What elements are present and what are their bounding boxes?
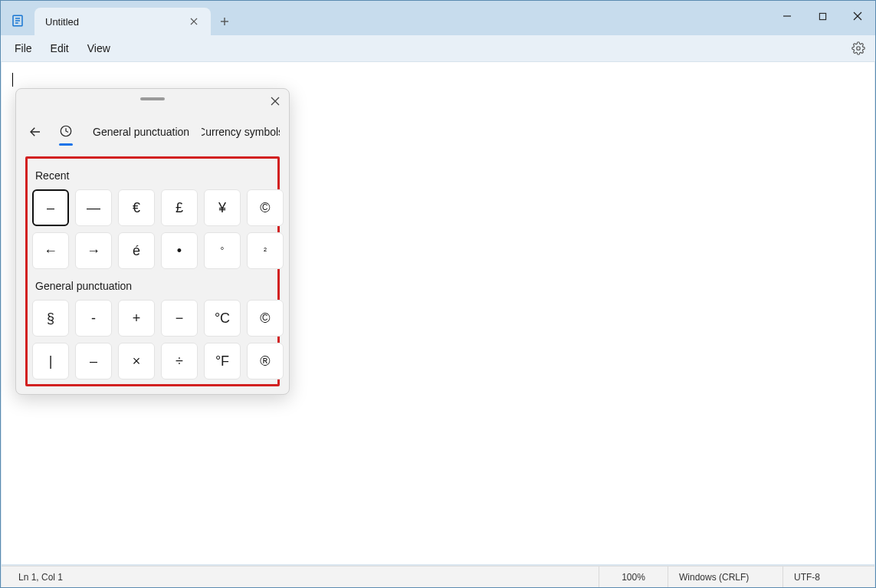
symbol-em-dash[interactable]: — <box>75 189 112 226</box>
panel-tabs: General punctuation Currency symbols <box>16 109 289 152</box>
symbol-pound[interactable]: £ <box>161 189 198 226</box>
general-punctuation-grid: § - + − °C © | – × ÷ °F ® <box>32 300 273 379</box>
symbol-right-arrow[interactable]: → <box>75 232 112 269</box>
symbol-celsius[interactable]: °C <box>204 300 241 337</box>
symbol-bullet[interactable]: • <box>161 232 198 269</box>
status-zoom[interactable]: 100% <box>599 567 668 587</box>
symbol-en-dash[interactable]: – <box>32 189 69 226</box>
status-position: Ln 1, Col 1 <box>2 567 74 587</box>
panel-back-button[interactable] <box>22 119 48 145</box>
minimize-button[interactable] <box>769 1 805 31</box>
new-tab-button[interactable] <box>211 8 238 35</box>
symbol-en-dash-2[interactable]: – <box>75 343 112 379</box>
symbol-panel: General punctuation Currency symbols Rec… <box>15 88 290 395</box>
settings-button[interactable] <box>846 36 871 61</box>
symbol-section[interactable]: § <box>32 300 69 337</box>
section-title-recent: Recent <box>35 169 270 182</box>
menubar: File Edit View <box>1 35 875 62</box>
symbol-copyright[interactable]: © <box>247 189 284 226</box>
grip-icon <box>140 97 165 100</box>
statusbar: Ln 1, Col 1 100% Windows (CRLF) UTF-8 <box>2 566 874 587</box>
symbol-registered[interactable]: ® <box>247 343 284 379</box>
symbol-degree[interactable]: ° <box>204 232 241 269</box>
panel-close-button[interactable] <box>264 92 286 110</box>
notepad-icon <box>7 10 28 31</box>
status-line-ending[interactable]: Windows (CRLF) <box>668 567 782 587</box>
highlighted-region: Recent – — € £ ¥ © ← → é • ° ² General p… <box>25 156 280 386</box>
symbol-euro[interactable]: € <box>118 189 155 226</box>
recent-grid: – — € £ ¥ © ← → é • ° ² <box>32 189 273 269</box>
symbol-e-acute[interactable]: é <box>118 232 155 269</box>
panel-body: Recent – — € £ ¥ © ← → é • ° ² General p… <box>16 152 289 394</box>
tab-title: Untitled <box>45 16 185 28</box>
symbol-divide[interactable]: ÷ <box>161 343 198 379</box>
close-button[interactable] <box>840 1 875 31</box>
symbol-fahrenheit[interactable]: °F <box>204 343 241 379</box>
tab-label: Currency symbols <box>202 126 280 138</box>
text-caret <box>12 73 13 87</box>
section-title-general-punct: General punctuation <box>35 280 270 292</box>
tab-untitled[interactable]: Untitled <box>34 8 211 35</box>
symbol-hyphen[interactable]: - <box>75 300 112 337</box>
tab-close-icon[interactable] <box>185 12 203 31</box>
menu-view[interactable]: View <box>78 39 120 57</box>
tab-recent[interactable] <box>51 117 80 147</box>
symbol-yen[interactable]: ¥ <box>204 189 241 226</box>
clock-icon <box>59 124 73 140</box>
window-controls <box>769 1 875 31</box>
tab-general-punctuation[interactable]: General punctuation <box>84 117 198 147</box>
menu-edit[interactable]: Edit <box>41 39 78 57</box>
titlebar: Untitled <box>1 1 875 35</box>
symbol-multiply[interactable]: × <box>118 343 155 379</box>
tab-label: General punctuation <box>93 126 189 138</box>
symbol-squared[interactable]: ² <box>247 232 284 269</box>
panel-drag-handle[interactable] <box>16 89 289 109</box>
symbol-minus[interactable]: − <box>161 300 198 337</box>
status-encoding[interactable]: UTF-8 <box>782 567 874 587</box>
maximize-button[interactable] <box>805 1 840 31</box>
symbol-plus[interactable]: + <box>118 300 155 337</box>
tab-currency-symbols[interactable]: Currency symbols <box>202 117 280 147</box>
symbol-vertical-bar[interactable]: | <box>32 343 69 379</box>
symbol-copyright-2[interactable]: © <box>247 300 284 337</box>
symbol-left-arrow[interactable]: ← <box>32 232 69 269</box>
svg-rect-9 <box>819 13 825 19</box>
menu-file[interactable]: File <box>5 39 41 57</box>
svg-point-12 <box>857 47 861 51</box>
